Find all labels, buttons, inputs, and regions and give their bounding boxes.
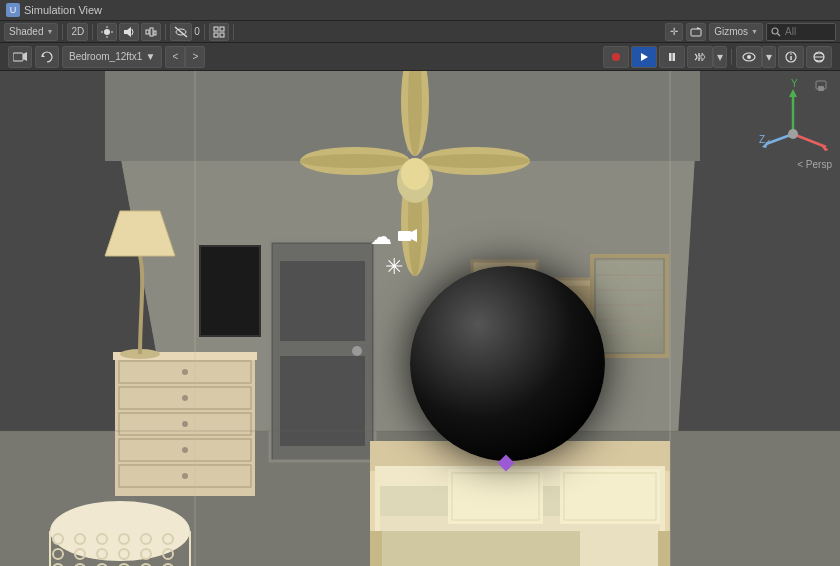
play-sep — [731, 49, 732, 65]
prev-button[interactable]: < — [165, 46, 185, 68]
svg-point-0 — [104, 29, 110, 35]
svg-rect-14 — [220, 33, 224, 37]
svg-rect-11 — [214, 27, 218, 31]
audio-icon — [123, 26, 135, 38]
visibility-controls: ▾ — [736, 46, 776, 68]
effects-button[interactable] — [141, 23, 161, 41]
sep2 — [92, 24, 93, 40]
scene-dropdown-arrow: ▼ — [145, 51, 155, 62]
sep4 — [204, 24, 205, 40]
sep1 — [62, 24, 63, 40]
viewport[interactable]: Y Z < Persp ☁ ✳ — [0, 71, 840, 566]
search-container — [766, 23, 836, 41]
svg-rect-8 — [154, 31, 156, 35]
svg-rect-19 — [13, 53, 23, 61]
record-button[interactable] — [603, 46, 629, 68]
svg-line-18 — [778, 33, 781, 36]
weather-icons: ☁ ✳ — [370, 226, 418, 278]
black-sphere — [410, 266, 605, 461]
unity-icon: U — [6, 3, 20, 17]
search-input[interactable] — [781, 24, 831, 40]
overlay-icon — [813, 51, 825, 63]
gizmo-widget: Y Z — [758, 79, 828, 159]
sep5 — [233, 24, 234, 40]
sep3 — [165, 24, 166, 40]
svg-rect-13 — [214, 33, 218, 37]
camera-icon — [690, 27, 702, 37]
layer-count: 0 — [194, 26, 200, 37]
play-icon — [639, 52, 649, 62]
svg-text:Y: Y — [791, 79, 798, 89]
svg-text:Z: Z — [759, 134, 765, 145]
gizmo-overlay: Y Z — [758, 79, 828, 159]
window-title: Simulation View — [24, 4, 102, 16]
svg-rect-25 — [673, 53, 676, 61]
svg-marker-23 — [641, 53, 648, 61]
shading-label: Shaded — [9, 26, 43, 37]
pause-button[interactable] — [659, 46, 685, 68]
grid-button[interactable] — [209, 23, 229, 41]
svg-point-22 — [612, 53, 620, 61]
gizmos-dropdown[interactable]: Gizmos ▼ — [709, 23, 763, 41]
svg-marker-35 — [789, 89, 797, 97]
scene-name: Bedroom_12ftx1 — [69, 51, 142, 62]
hud-button[interactable] — [778, 46, 804, 68]
svg-point-17 — [772, 28, 778, 34]
pause-icon — [667, 52, 677, 62]
step-controls: ▾ — [687, 46, 727, 68]
svg-rect-15 — [691, 29, 701, 36]
camera-button[interactable] — [8, 46, 32, 68]
audio-toggle-button[interactable] — [119, 23, 139, 41]
video-camera-icon — [398, 229, 418, 245]
svg-marker-21 — [42, 54, 45, 57]
svg-marker-20 — [23, 52, 27, 61]
record-icon — [611, 52, 621, 62]
light-toggle-button[interactable] — [97, 23, 117, 41]
svg-point-28 — [747, 55, 751, 59]
next-button[interactable]: > — [185, 46, 205, 68]
hidden-icon — [174, 26, 188, 38]
effects-icon — [145, 26, 157, 38]
gizmos-arrow: ▼ — [751, 28, 758, 35]
svg-rect-6 — [146, 30, 149, 34]
shading-dropdown[interactable]: Shaded ▼ — [4, 23, 58, 41]
svg-rect-12 — [220, 27, 224, 31]
shading-arrow: ▼ — [46, 28, 53, 35]
svg-point-31 — [790, 53, 792, 55]
nav-buttons: < > — [165, 46, 205, 68]
hidden-layers-button[interactable] — [170, 23, 192, 41]
overlay-button[interactable] — [806, 46, 832, 68]
play-button[interactable] — [631, 46, 657, 68]
persp-label: < Persp — [797, 159, 832, 170]
step-button[interactable] — [687, 46, 713, 68]
search-icon — [771, 27, 781, 37]
svg-marker-5 — [124, 27, 131, 37]
svg-rect-7 — [150, 28, 153, 36]
svg-point-42 — [788, 129, 798, 139]
grid-icon — [213, 26, 225, 38]
camera2-icon — [13, 51, 27, 62]
svg-marker-26 — [699, 53, 705, 61]
sun-icon: ✳ — [385, 254, 403, 279]
main-toolbar: Shaded ▼ 2D 0 ✛ Gizmos ▼ — [0, 21, 840, 43]
transform-gizmo-button[interactable]: ✛ — [665, 23, 683, 41]
title-bar: U Simulation View — [0, 0, 840, 21]
camera-mode-button[interactable] — [686, 23, 706, 41]
scene-dropdown[interactable]: Bedroom_12ftx1 ▼ — [62, 46, 162, 68]
svg-rect-24 — [669, 53, 672, 61]
visibility-dropdown[interactable]: ▾ — [762, 46, 776, 68]
eye-icon — [742, 52, 756, 62]
rotate-button[interactable] — [35, 46, 59, 68]
info-icon — [785, 51, 797, 63]
secondary-toolbar: Bedroom_12ftx1 ▼ < > ▾ — [0, 43, 840, 71]
gizmos-label: Gizmos — [714, 26, 748, 37]
visibility-button[interactable] — [736, 46, 762, 68]
cloud-icon: ☁ — [370, 226, 392, 248]
svg-rect-45 — [398, 231, 411, 241]
svg-marker-46 — [411, 229, 417, 242]
step-icon — [694, 52, 706, 62]
svg-rect-44 — [818, 86, 824, 91]
rotate-icon — [40, 50, 54, 64]
step-dropdown[interactable]: ▾ — [713, 46, 727, 68]
mode-2d-button[interactable]: 2D — [67, 23, 88, 41]
